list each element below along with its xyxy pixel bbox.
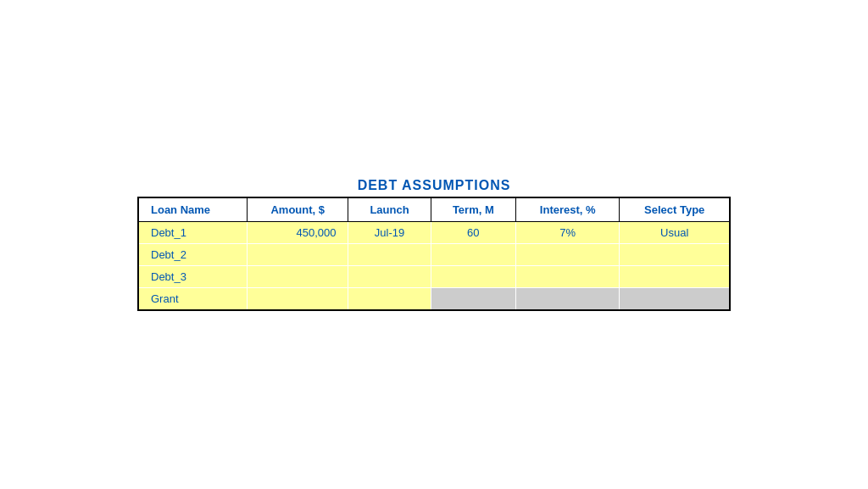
table-row: Debt_2 (138, 244, 730, 266)
cell-term[interactable] (431, 266, 516, 288)
debt-assumptions-table: Loan NameAmount, $LaunchTerm, MInterest,… (137, 197, 731, 311)
table-title: DEBT ASSUMPTIONS (358, 178, 511, 193)
cell-amount[interactable] (248, 288, 348, 311)
cell-term (431, 288, 516, 311)
cell-launch[interactable] (348, 266, 431, 288)
cell-select_type[interactable] (620, 266, 730, 288)
cell-launch[interactable] (348, 288, 431, 311)
col-header-loan_name: Loan Name (138, 197, 248, 222)
cell-interest[interactable] (516, 244, 620, 266)
col-header-select_type: Select Type (620, 197, 730, 222)
table-row: Debt_1450,000Jul-19607%Usual (138, 222, 730, 244)
cell-select_type[interactable] (620, 244, 730, 266)
cell-loan_name: Grant (138, 288, 248, 311)
cell-amount[interactable] (248, 244, 348, 266)
cell-select_type[interactable]: Usual (620, 222, 730, 244)
cell-interest[interactable] (516, 266, 620, 288)
cell-loan_name: Debt_3 (138, 266, 248, 288)
col-header-amount: Amount, $ (248, 197, 348, 222)
page-container: DEBT ASSUMPTIONS Loan NameAmount, $Launc… (0, 0, 868, 489)
cell-launch[interactable]: Jul-19 (348, 222, 431, 244)
col-header-term: Term, M (431, 197, 516, 222)
cell-interest[interactable]: 7% (516, 222, 620, 244)
cell-term[interactable] (431, 244, 516, 266)
col-header-interest: Interest, % (516, 197, 620, 222)
table-wrapper: DEBT ASSUMPTIONS Loan NameAmount, $Launc… (137, 178, 731, 311)
cell-loan_name: Debt_1 (138, 222, 248, 244)
cell-select_type (620, 288, 730, 311)
table-row: Grant (138, 288, 730, 311)
cell-interest (516, 288, 620, 311)
table-row: Debt_3 (138, 266, 730, 288)
cell-amount[interactable]: 450,000 (248, 222, 348, 244)
cell-loan_name: Debt_2 (138, 244, 248, 266)
cell-launch[interactable] (348, 244, 431, 266)
col-header-launch: Launch (348, 197, 431, 222)
cell-term[interactable]: 60 (431, 222, 516, 244)
cell-amount[interactable] (248, 266, 348, 288)
